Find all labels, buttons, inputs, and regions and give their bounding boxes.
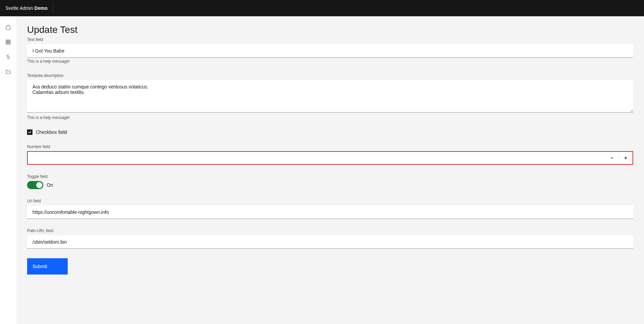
number-field-label: Number field [27,144,633,149]
number-field-wrapper [27,151,633,165]
main-content: Update Test Text field This is a help me… [16,16,644,324]
toggle-state-label: On [47,182,53,188]
number-field-group: Number field [27,144,633,165]
number-decrement-button[interactable] [605,152,619,164]
text-field-group: Text field This is a help message! [27,37,633,64]
checkmark-icon [28,130,32,134]
submit-button[interactable]: Submit [27,258,68,275]
text-field-label: Text field [27,37,633,42]
toggle-knob [36,182,42,188]
header-divider [53,4,53,12]
textarea-field-label: Textarea description [27,73,633,78]
link-icon[interactable] [3,52,14,62]
checkbox-label: Checkbox field [36,129,67,135]
url-field-group: Url field [27,199,633,219]
grid-icon[interactable] [3,37,14,47]
toggle-field-group: Toggle field On [27,174,633,189]
checkbox-input[interactable] [27,129,32,135]
number-field-input[interactable] [28,152,605,164]
folder-icon[interactable] [3,66,14,77]
minus-icon [610,156,614,160]
home-icon[interactable] [3,22,14,33]
url-field-label: Url field [27,199,633,203]
pathurl-field-group: Path-URL field [27,228,633,249]
textarea-field-help: This is a help message! [27,115,633,120]
brand-suffix: Demo [35,5,48,11]
text-field-input[interactable] [27,44,633,58]
svg-rect-0 [6,40,10,44]
app-header: Svelte Admin Demo [0,0,644,16]
text-field-help: This is a help message! [27,59,633,64]
brand-title: Svelte Admin Demo [5,5,48,11]
sidebar [0,16,16,324]
number-increment-button[interactable] [619,152,632,164]
textarea-field-input[interactable] [27,80,633,113]
plus-icon [624,156,628,160]
page-title: Update Test [27,24,633,35]
pathurl-field-label: Path-URL field [27,228,633,233]
pathurl-field-input[interactable] [27,235,633,249]
brand-prefix: Svelte Admin [5,5,35,11]
toggle-field-label: Toggle field [27,174,633,179]
checkbox-field-group: Checkbox field [27,129,633,135]
textarea-field-group: Textarea description This is a help mess… [27,73,633,120]
toggle-switch[interactable] [27,181,43,189]
url-field-input[interactable] [27,205,633,219]
